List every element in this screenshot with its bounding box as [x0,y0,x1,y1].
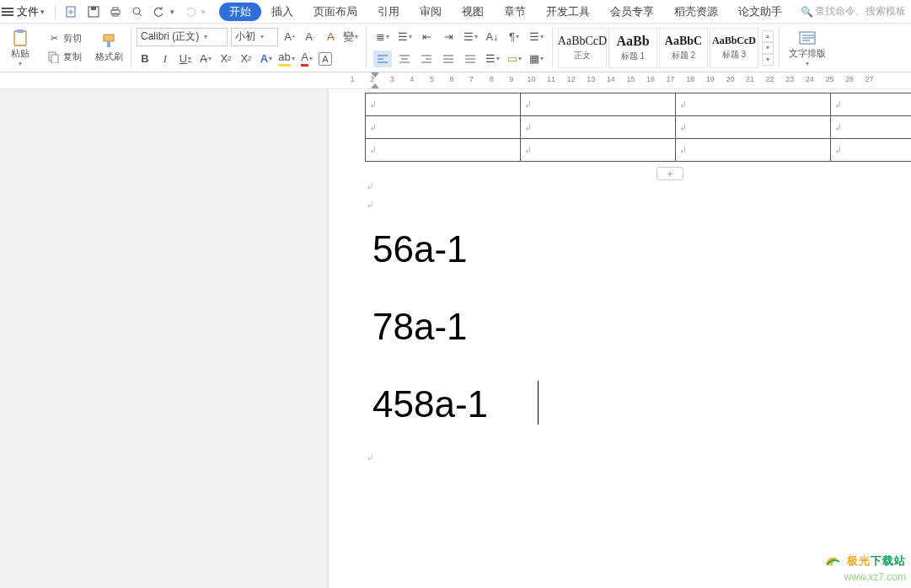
add-row-button[interactable]: ＋ [656,167,683,180]
tab-member[interactable]: 会员专享 [600,0,664,24]
logo-swirl-icon [823,553,841,571]
align-left-button[interactable] [373,51,392,67]
shrink-font-button[interactable]: A- [302,29,319,45]
new-tab-icon[interactable] [64,4,79,19]
style-normal[interactable]: AaBbCcD 正文 [558,28,607,68]
table-row[interactable]: ↲↲↲↲ [366,139,912,162]
show-marks-button[interactable]: ¶▾ [505,29,523,45]
search-icon: 🔍 [801,6,813,18]
tab-start[interactable]: 开始 [219,3,261,21]
chevron-down-icon: ▾ [806,60,809,67]
increase-indent-button[interactable]: ⇥ [439,29,458,45]
ruler-number: 8 [490,75,494,83]
redo-icon[interactable] [183,4,198,19]
undo-dropdown-icon[interactable]: ▾ [170,8,174,16]
align-right-button[interactable] [417,51,436,67]
ruler-number: 5 [430,75,434,83]
strikethrough-button[interactable]: A̶▾ [197,51,214,67]
tab-developer[interactable]: 开发工具 [536,0,600,24]
grow-font-button[interactable]: A+ [281,29,298,45]
text-line-2[interactable]: 78a-1 [372,307,468,347]
file-menu[interactable]: 文件 [17,4,39,19]
format-painter-group: 格式刷 [88,24,129,72]
brush-icon [99,32,118,51]
shading-button[interactable]: ▭▾ [505,51,523,67]
ruler-number: 7 [469,75,474,83]
typeset-button[interactable]: 文字排版 ▾ [786,29,828,67]
tab-pagelayout[interactable]: 页面布局 [303,0,367,24]
redo-dropdown-icon[interactable]: ▾ [201,8,206,16]
bullets-button[interactable]: ≣▾ [373,29,392,45]
undo-icon[interactable] [152,4,167,19]
ruler-number: 27 [865,75,874,83]
align-distribute-button[interactable] [461,51,480,67]
char-border-button[interactable]: A [319,52,332,66]
phonetic-guide-button[interactable]: 變▾ [342,29,359,45]
chevron-down-icon[interactable]: ▾ [762,42,774,54]
ruler-number: 17 [667,75,675,83]
numbering-button[interactable]: ☰▾ [395,29,414,45]
document-page[interactable]: ↲↲↲↲ ↲↲↲↲ ↲↲↲↲ ＋ ↲ ↲ 56a-1 78a-1 458a-1 … [329,89,911,588]
svg-rect-14 [104,35,114,41]
text-cursor [538,381,539,425]
font-color-button[interactable]: A▾ [298,51,315,67]
line-tools-button[interactable]: ☰▾ [527,29,545,45]
typeset-group: 文字排版 ▾ [781,24,833,72]
style-heading2[interactable]: AaBbC 标题 2 [659,28,708,68]
superscript-button[interactable]: X2 [217,51,234,67]
tab-resources[interactable]: 稻壳资源 [664,0,728,24]
tab-review[interactable]: 审阅 [410,0,452,24]
clear-format-button[interactable]: A̶ [322,29,339,45]
chevron-down-icon[interactable]: ▾ [40,8,45,16]
subscript-button[interactable]: X2 [238,51,255,67]
table-row[interactable]: ↲↲↲↲ [366,116,912,139]
text-line-1[interactable]: 56a-1 [372,229,468,270]
text-effects-button[interactable]: A▾ [258,51,275,67]
style-heading1[interactable]: AaBb 标题 1 [608,28,657,68]
separator [55,4,56,19]
tab-view[interactable]: 视图 [452,0,494,24]
hanging-indent-marker[interactable] [371,83,379,88]
table-row[interactable]: ↲↲↲↲ [366,94,912,116]
text-line-3[interactable]: 458a-1 [372,384,488,425]
styles-scroll[interactable]: ▴ ▾ ▾ [762,30,774,66]
copy-button[interactable]: 复制 [46,49,83,66]
tab-thesis[interactable]: 论文助手 [728,0,792,24]
menu-icon[interactable] [2,8,13,16]
scissors-icon: ✂ [47,32,61,45]
print-preview-icon[interactable] [130,4,145,19]
save-icon[interactable] [86,4,101,19]
style-heading3[interactable]: AaBbCcD 标题 3 [710,28,758,68]
command-search[interactable]: 🔍 查找命令、搜索模板 [801,4,911,19]
sort-button[interactable]: A↓ [483,29,501,45]
paste-group: 粘贴 ▾ [0,24,40,72]
bold-button[interactable]: B [137,51,153,67]
font-name-combo[interactable]: Calibri (正文)▾ [137,28,228,46]
align-center-button[interactable] [395,51,414,67]
align-justify-button[interactable] [439,51,458,67]
tab-chapter[interactable]: 章节 [494,0,536,24]
font-size-combo[interactable]: 小初▾ [231,28,278,46]
text-direction-button[interactable]: ☰▾ [461,29,480,45]
tab-insert[interactable]: 插入 [261,0,303,24]
print-icon[interactable] [108,4,123,19]
underline-button[interactable]: U▾ [177,51,194,67]
italic-button[interactable]: I [157,51,174,67]
decrease-indent-button[interactable]: ⇤ [417,29,436,45]
horizontal-ruler[interactable]: 1234567891011121314151617181920212223242… [0,72,911,89]
format-painter-button[interactable]: 格式刷 [94,32,124,63]
paste-button[interactable]: 粘贴 ▾ [5,29,35,67]
cut-button[interactable]: ✂剪切 [46,30,83,47]
tab-references[interactable]: 引用 [367,0,410,24]
more-styles-icon[interactable]: ▾ [762,54,774,66]
highlight-button[interactable]: ab▾ [278,51,295,67]
ribbon-toolbar: 粘贴 ▾ ✂剪切 复制 格式刷 Calibri (正文)▾ 小初▾ A+ A- … [0,24,911,72]
document-table[interactable]: ↲↲↲↲ ↲↲↲↲ ↲↲↲↲ [365,93,911,162]
line-spacing-button[interactable]: ☰▾ [483,51,501,67]
borders-button[interactable]: ▦▾ [527,51,545,67]
menu-bar: 文件 ▾ ▾ ▾ 开始 插入 页面布局 引用 审阅 视图 章节 开发工具 会员专… [0,0,911,24]
chevron-up-icon[interactable]: ▴ [762,30,774,42]
clipboard-icon [11,29,29,47]
chevron-down-icon: ▾ [19,60,22,67]
ruler-number: 16 [646,75,655,83]
